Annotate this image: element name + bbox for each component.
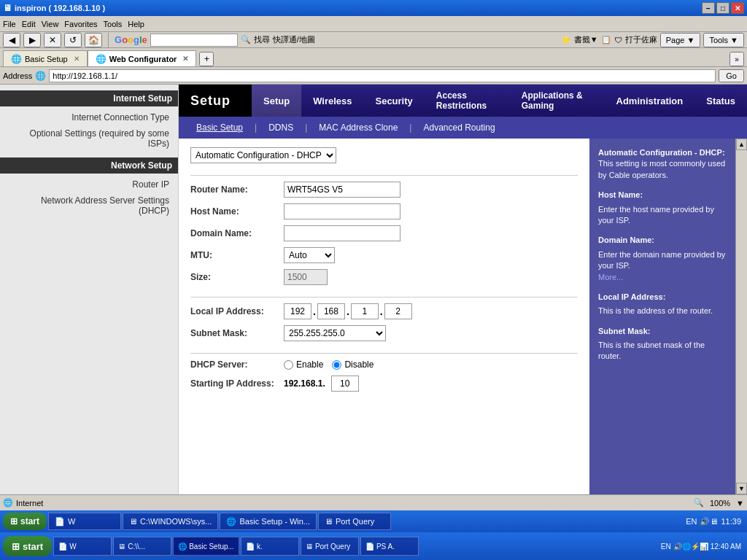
favorites-icon[interactable]: ⭐	[561, 35, 571, 44]
address-input[interactable]	[49, 69, 716, 82]
search-icon[interactable]: 🔍	[241, 35, 251, 44]
tray-time: 11:39	[721, 517, 741, 526]
refresh-button[interactable]: ↺	[64, 33, 82, 47]
translate-text[interactable]: 快譯通/地圖	[273, 34, 315, 45]
taskbar1-item-sys[interactable]: 🖥 C:\WINDOWS\sys...	[123, 513, 218, 530]
router-name-input[interactable]	[284, 182, 400, 198]
subnav-ddns[interactable]: DDNS	[263, 120, 299, 136]
menu-view[interactable]: View	[42, 20, 59, 28]
stop-button[interactable]: ✕	[44, 33, 61, 47]
start-button-2[interactable]: ⊞ start	[3, 536, 52, 556]
tab-web-configurator[interactable]: 🌐 Web Configurator ✕	[88, 50, 197, 66]
mtu-label: MTU:	[190, 250, 278, 260]
menu-help[interactable]: Help	[128, 20, 144, 28]
tab-close-web[interactable]: ✕	[182, 55, 188, 63]
taskbar2-item-portquery[interactable]: 🖥 Port Query	[301, 537, 359, 556]
subnav-advanced-routing[interactable]: Advanced Routing	[417, 120, 500, 136]
home-button[interactable]: 🏠	[85, 33, 102, 47]
nav-setup[interactable]: Setup	[252, 85, 301, 117]
taskbar2-tray: EN 🔊🌐⚡📊 12:40 AM	[658, 542, 744, 551]
help-dhcp-title: Automatic Configuration - DHCP:	[598, 148, 725, 157]
dhcp-enable-radio[interactable]	[284, 360, 293, 370]
minimize-button[interactable]: −	[702, 2, 715, 14]
size-input[interactable]	[284, 269, 328, 285]
taskbar2-item-2[interactable]: 🖥 C:\\...	[113, 537, 171, 556]
title-bar: 🖥 inspiron ( 192.168.1.10 ) − □ ✕	[0, 0, 747, 16]
shield-icon[interactable]: 🛡	[614, 36, 622, 44]
scroll-down[interactable]: ▼	[736, 483, 747, 494]
nav-access-restrictions[interactable]: Access Restrictions	[425, 85, 510, 117]
scroll-up[interactable]: ▲	[736, 139, 747, 150]
tray-icons: 🔊🖥	[700, 517, 718, 526]
scrollbar[interactable]: ▲ ▼	[735, 139, 747, 494]
ip-octet-4[interactable]	[384, 303, 412, 319]
help-more-link[interactable]: More...	[598, 273, 623, 281]
taskbar2-item-basic-setup[interactable]: 🌐 Basic Setup...	[173, 537, 239, 556]
address-icon: 🌐	[35, 71, 46, 81]
tray-lang: EN	[686, 517, 697, 526]
divider-1	[190, 175, 578, 176]
taskbar1-tray: EN 🔊🖥 11:39	[683, 517, 744, 526]
window-icon: 🖥	[3, 3, 12, 13]
tools-button[interactable]: Tools ▼	[703, 33, 744, 47]
new-tab-button[interactable]: +	[199, 52, 214, 66]
taskbar1-item-portquery[interactable]: 🖥 Port Query	[318, 513, 391, 530]
help-local-ip: Local IP Address: This is the address of…	[598, 292, 727, 317]
subnav-mac-clone[interactable]: MAC Address Clone	[313, 120, 403, 136]
dhcp-disable-label[interactable]: Disable	[332, 359, 374, 370]
find-text[interactable]: 找尋	[254, 34, 270, 45]
clipboard-icon[interactable]: 📋	[601, 35, 611, 44]
taskbar2-item-4[interactable]: 📄 k.	[241, 537, 299, 556]
local-ip-label: Local IP Address:	[190, 306, 278, 316]
ip-octet-3[interactable]	[351, 303, 379, 319]
nav-applications[interactable]: Applications & Gaming	[510, 85, 605, 117]
start-label-1: start	[20, 516, 39, 526]
starting-ip-prefix: 192.168.1.	[284, 378, 325, 389]
connection-type-select[interactable]: Automatic Configuration - DHCP	[190, 147, 336, 163]
host-name-input[interactable]	[284, 203, 400, 219]
close-button[interactable]: ✕	[731, 2, 744, 14]
google-search-input[interactable]	[150, 34, 238, 47]
menu-tools[interactable]: Tools	[104, 20, 123, 28]
start-button-1[interactable]: ⊞ start	[3, 513, 47, 530]
zone-text: Internet	[16, 499, 43, 508]
subnet-select[interactable]: 255.255.255.0	[284, 325, 386, 341]
antivirus-text[interactable]: 打于佐麻	[625, 34, 657, 45]
tab-close-basic[interactable]: ✕	[74, 55, 80, 63]
menu-file[interactable]: File	[3, 20, 16, 28]
dhcp-enable-label[interactable]: Enable	[284, 359, 323, 370]
back-button[interactable]: ◀	[3, 33, 20, 47]
ip-octet-2[interactable]	[317, 303, 345, 319]
starting-ip-input[interactable]	[331, 376, 359, 392]
taskbar1-item-word[interactable]: 📄 W	[48, 513, 121, 530]
go-button[interactable]: Go	[719, 69, 744, 82]
menu-favorites[interactable]: Favorites	[64, 20, 97, 28]
tray2-icons: 🔊🌐⚡📊	[673, 542, 708, 551]
bookmark-text[interactable]: 書籤▼	[574, 34, 598, 45]
tab-basic-setup[interactable]: 🌐 Basic Setup ✕	[3, 50, 88, 66]
nav-administration[interactable]: Administration	[605, 85, 695, 117]
nav-wireless[interactable]: Wireless	[301, 85, 363, 117]
nav-security[interactable]: Security	[363, 85, 424, 117]
help-domain: Domain Name: Enter the domain name provi…	[598, 235, 727, 283]
connection-type-row: Automatic Configuration - DHCP	[190, 147, 578, 163]
tab-more-button[interactable]: »	[729, 52, 744, 66]
subnav-basic-setup[interactable]: Basic Setup	[190, 120, 249, 136]
forward-button[interactable]: ▶	[23, 33, 41, 47]
sidebar-item-optional-settings: Optional Settings (required by some ISPs…	[0, 125, 178, 152]
optional-settings-section: Router Name: Host Name: Domain Name:	[190, 182, 578, 285]
domain-name-input[interactable]	[284, 225, 400, 241]
dhcp-disable-radio[interactable]	[332, 360, 341, 370]
maximize-button[interactable]: □	[716, 2, 729, 14]
nav-status[interactable]: Status	[694, 85, 747, 117]
taskbar2-item-ps[interactable]: 📄 PS A.	[360, 537, 419, 556]
divider-2	[190, 297, 578, 298]
menu-edit[interactable]: Edit	[22, 20, 36, 28]
mtu-select[interactable]: Auto Manual	[284, 247, 335, 263]
ip-address-container: . . .	[284, 303, 412, 319]
taskbar1-item-browser[interactable]: 🌐 Basic Setup - Win...	[220, 513, 317, 530]
ip-octet-1[interactable]	[284, 303, 311, 319]
taskbar2-item-1[interactable]: 📄 W	[53, 537, 112, 556]
tab-icon-basic: 🌐	[11, 54, 22, 64]
page-button[interactable]: Page ▼	[660, 33, 701, 47]
